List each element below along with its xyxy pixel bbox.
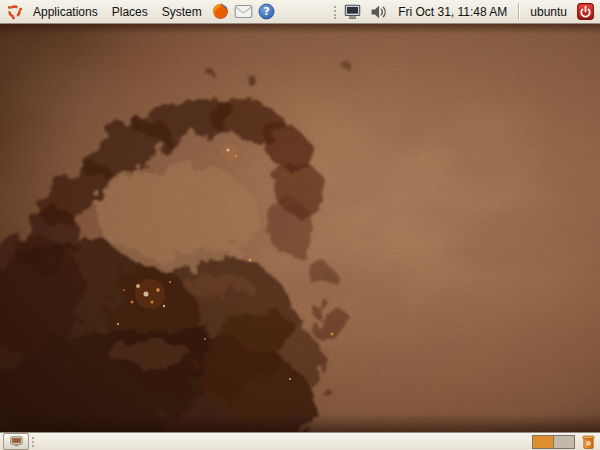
ubuntu-logo-icon[interactable] xyxy=(4,1,25,22)
workspace-1[interactable] xyxy=(533,436,553,448)
window-list-grip[interactable] xyxy=(29,433,36,450)
notification-area-grip[interactable] xyxy=(331,3,338,21)
show-desktop-icon xyxy=(10,436,23,447)
bottom-panel xyxy=(0,432,600,450)
top-panel-tray: Fri Oct 31, 11:48 AM ubuntu xyxy=(331,1,597,22)
firefox-launcher[interactable] xyxy=(210,1,231,22)
computer-network-icon xyxy=(344,4,361,20)
volume-speaker-icon xyxy=(370,4,387,20)
power-session-button[interactable] xyxy=(575,1,596,22)
trash-icon xyxy=(581,434,596,450)
menu-system[interactable]: System xyxy=(155,3,209,21)
menu-applications[interactable]: Applications xyxy=(26,3,105,21)
help-question-icon: ? xyxy=(257,2,276,21)
desktop-wallpaper[interactable] xyxy=(0,24,600,432)
help-launcher[interactable]: ? xyxy=(256,1,277,22)
firefox-icon xyxy=(211,2,230,21)
volume-applet[interactable] xyxy=(368,1,389,22)
envelope-icon xyxy=(234,4,253,19)
workspace-2[interactable] xyxy=(553,436,574,448)
menu-places[interactable]: Places xyxy=(105,3,155,21)
show-desktop-button[interactable] xyxy=(3,433,29,450)
user-switcher-label[interactable]: ubuntu xyxy=(526,5,571,19)
mail-launcher[interactable] xyxy=(233,1,254,22)
network-monitor-applet[interactable] xyxy=(342,1,363,22)
workspace-switcher xyxy=(532,435,575,449)
clock-applet[interactable]: Fri Oct 31, 11:48 AM xyxy=(393,5,512,19)
top-panel: Applications Places System xyxy=(0,0,600,24)
ubuntu-dust-ibex-wallpaper xyxy=(0,24,600,432)
ubuntu-circle-of-friends xyxy=(6,3,23,20)
svg-text:?: ? xyxy=(263,5,269,18)
grip-dots-icon xyxy=(31,436,35,448)
ubuntu-desktop-screen: Applications Places System xyxy=(0,0,600,450)
trash-applet[interactable] xyxy=(579,433,597,450)
grip-dots-icon xyxy=(333,4,337,20)
power-button-icon xyxy=(577,3,594,20)
panel-separator xyxy=(518,3,520,20)
